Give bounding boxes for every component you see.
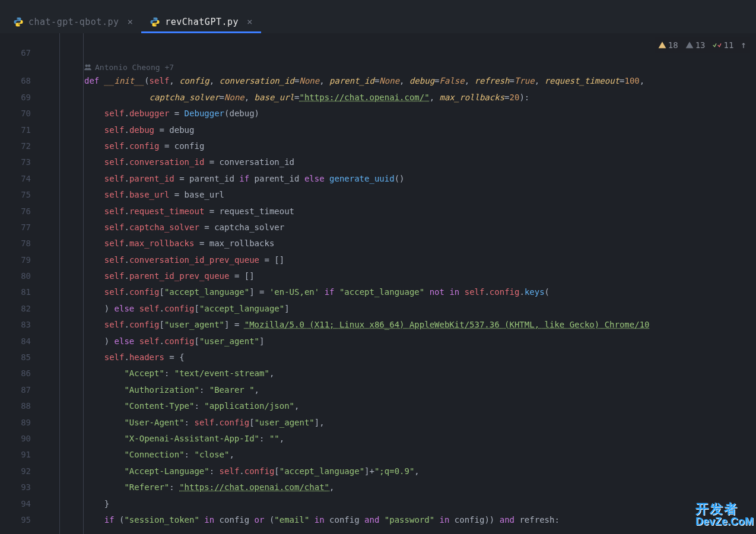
code-line[interactable]: self.base_url = base_url [42, 187, 756, 203]
code-line[interactable]: "Accept": "text/event-stream", [42, 365, 756, 382]
code-line[interactable]: captcha_solver=None, base_url="https://c… [42, 90, 756, 106]
svg-point-0 [85, 65, 88, 68]
tab-revchatgpt[interactable]: revChatGPT.py × [141, 10, 261, 33]
tab-bar: chat-gpt-qbot.py × revChatGPT.py × [0, 0, 756, 33]
code-line[interactable]: self.conversation_id = conversation_id [42, 154, 756, 170]
tab-label: chat-gpt-qbot.py [28, 17, 119, 27]
tab-chat-gpt-qbot[interactable]: chat-gpt-qbot.py × [5, 10, 141, 33]
git-blame-annotation: Antonio Cheong +7 [42, 61, 756, 73]
code-line[interactable]: self.config["accept_language"] = 'en-US,… [42, 284, 756, 300]
code-line[interactable]: "Authorization": "Bearer ", [42, 382, 756, 398]
code-line[interactable]: self.debugger = Debugger(debug) [42, 106, 756, 122]
code-line[interactable]: "User-Agent": self.config["user_agent"], [42, 415, 756, 431]
line-gutter: 6768697071727374757677787980818283848586… [0, 33, 42, 534]
code-line[interactable]: self.parent_id = parent_id if parent_id … [42, 171, 756, 187]
code-line[interactable]: self.headers = { [42, 349, 756, 365]
code-line[interactable]: def __init__(self, config, conversation_… [42, 73, 756, 89]
code-line[interactable]: ) else self.config["user_agent"] [42, 333, 756, 349]
python-icon [150, 17, 160, 27]
code-line[interactable]: self.config = config [42, 138, 756, 154]
code-line[interactable]: self.debug = debug [42, 122, 756, 138]
code-line[interactable]: "Connection": "close", [42, 447, 756, 463]
code-line[interactable]: ) else self.config["accept_language"] [42, 301, 756, 317]
code-line[interactable]: "Accept-Language": self.config["accept_l… [42, 463, 756, 479]
close-icon[interactable]: × [128, 16, 134, 27]
code-line[interactable]: self.request_timeout = request_timeout [42, 204, 756, 220]
code-line[interactable]: self.max_rollbacks = max_rollbacks [42, 236, 756, 252]
tab-label: revChatGPT.py [165, 17, 239, 27]
code-line[interactable]: self.captcha_solver = captcha_solver [42, 220, 756, 236]
svg-point-1 [88, 65, 91, 68]
python-icon [13, 17, 24, 27]
code-area[interactable]: Antonio Cheong +7def __init__(self, conf… [42, 33, 756, 534]
code-line[interactable]: "X-Openai-Assistant-App-Id": "", [42, 431, 756, 447]
code-line[interactable]: if ("session_token" in config or ("email… [42, 512, 756, 528]
code-line[interactable]: } [42, 496, 756, 512]
code-line[interactable]: "Content-Type": "application/json", [42, 398, 756, 414]
code-line[interactable]: self.config["user_agent"] = "Mozilla/5.0… [42, 317, 756, 333]
code-line[interactable]: self.conversation_id_prev_queue = [] [42, 252, 756, 268]
code-editor[interactable]: 6768697071727374757677787980818283848586… [0, 33, 756, 534]
close-icon[interactable]: × [247, 16, 253, 27]
code-line[interactable]: "Referer": "https://chat.openai.com/chat… [42, 479, 756, 495]
code-line[interactable]: self.parent_id_prev_queue = [] [42, 268, 756, 284]
